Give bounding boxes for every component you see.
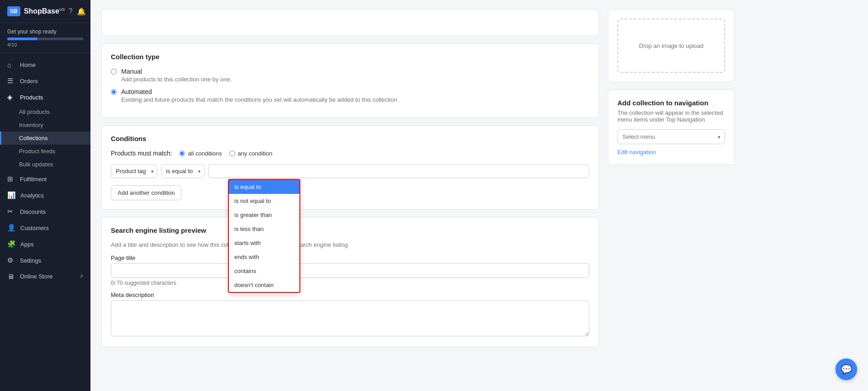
dropdown-option-doesnt-contain[interactable]: doesn't contain xyxy=(229,278,299,292)
page-title-input[interactable] xyxy=(111,263,589,278)
online-store-icon: 🖥 xyxy=(7,273,15,280)
sidebar-item-apps[interactable]: 🧩 Apps xyxy=(0,236,90,252)
sidebar-item-discounts[interactable]: ✂ Discounts xyxy=(0,203,90,220)
content-wrapper: Collection type Manual Add products to t… xyxy=(101,9,735,347)
select-menu-wrapper[interactable]: Select menu xyxy=(617,129,725,144)
nav-card-title: Add collection to navigation xyxy=(617,99,725,107)
sidebar-item-label: Discounts xyxy=(20,208,46,215)
dropdown-option-contains[interactable]: contains xyxy=(229,264,299,278)
any-condition-option[interactable]: any condition xyxy=(229,150,273,157)
sidebar-item-analytics[interactable]: 📊 Analytics xyxy=(0,187,90,203)
dropdown-option-is-less-than[interactable]: is less than xyxy=(229,222,299,236)
meta-desc-textarea[interactable] xyxy=(111,300,589,336)
sidebar-item-label: Online Store xyxy=(20,273,52,280)
manual-radio[interactable] xyxy=(111,69,117,75)
sidebar-item-label: Customers xyxy=(20,225,49,231)
fulfillment-icon: ⊞ xyxy=(7,175,15,183)
dropdown-option-is-not-equal-to[interactable]: is not equal to xyxy=(229,194,299,208)
notification-icon[interactable]: 🔔 xyxy=(77,7,86,16)
navigation-card: Add collection to navigation The collect… xyxy=(608,90,735,165)
external-link-icon: ↗ xyxy=(79,273,83,279)
sidebar-item-online-store[interactable]: 🖥 Online Store ↗ xyxy=(0,269,90,284)
edit-navigation-link[interactable]: Edit navigation xyxy=(617,149,656,155)
operator-select-wrapper[interactable]: is equal to xyxy=(161,164,204,178)
progress-count: 4/10 xyxy=(7,42,83,47)
dropdown-option-is-greater-than[interactable]: is greater than xyxy=(229,208,299,222)
sidebar-item-products[interactable]: ◈ Products xyxy=(0,89,90,105)
automated-desc: Existing and future products that match … xyxy=(121,96,399,103)
any-condition-radio[interactable] xyxy=(229,151,235,156)
sidebar-nav: ⌂ Home ☰ Orders ◈ Products All products … xyxy=(0,53,90,391)
image-upload-area[interactable]: Drop an image to upload xyxy=(617,19,725,73)
sidebar: SB ShopBaseUS ? 🔔 Get your shop ready 4/… xyxy=(0,0,90,391)
sidebar-subitem-bulk-updates[interactable]: Bulk updates xyxy=(0,158,90,171)
customers-icon: 👤 xyxy=(7,224,16,232)
meta-desc-label: Meta description xyxy=(111,292,589,298)
all-conditions-radio[interactable] xyxy=(179,151,185,156)
sidebar-item-home[interactable]: ⌂ Home xyxy=(0,57,90,73)
conditions-card: Conditions Products must match: all cond… xyxy=(101,125,599,210)
logo-badge: US xyxy=(59,7,65,12)
conditions-match-label: Products must match: xyxy=(111,150,172,157)
main-column: Collection type Manual Add products to t… xyxy=(101,9,599,347)
main-content: Collection type Manual Add products to t… xyxy=(90,0,868,391)
progress-label: Get your shop ready xyxy=(7,28,83,35)
operator-select[interactable]: is equal to xyxy=(161,164,204,178)
operator-wrapper[interactable]: is equal to is equal to is not equal to … xyxy=(161,164,204,178)
char-count: 0/ 70 suggested characters xyxy=(111,280,589,286)
select-menu-dropdown[interactable]: Select menu xyxy=(617,129,725,144)
sidebar-subitem-inventory[interactable]: Inventory xyxy=(0,118,90,132)
collection-type-title: Collection type xyxy=(111,53,589,61)
sidebar-item-label: Home xyxy=(20,61,36,68)
all-products-label: All products xyxy=(19,108,50,115)
dropdown-option-starts-with[interactable]: starts with xyxy=(229,236,299,250)
sidebar-item-label: Products xyxy=(20,94,43,101)
top-partial-card xyxy=(101,9,599,36)
header-icons: ? 🔔 xyxy=(68,7,86,16)
all-conditions-option[interactable]: all conditions xyxy=(179,150,222,157)
help-icon[interactable]: ? xyxy=(68,7,72,15)
all-conditions-label: all conditions xyxy=(188,150,222,157)
sidebar-item-customers[interactable]: 👤 Customers xyxy=(0,220,90,236)
product-tag-wrapper[interactable]: Product tag xyxy=(111,164,157,178)
seo-desc: Add a title and description to see how t… xyxy=(111,241,589,248)
page-title-label: Page title xyxy=(111,254,589,261)
sidebar-item-fulfillment[interactable]: ⊞ Fulfillment xyxy=(0,171,90,187)
sidebar-logo: SB ShopBaseUS ? 🔔 xyxy=(0,0,90,23)
operator-dropdown[interactable]: is equal to is not equal to is greater t… xyxy=(228,179,300,293)
sidebar-item-orders[interactable]: ☰ Orders xyxy=(0,73,90,89)
automated-option[interactable]: Automated Existing and future products t… xyxy=(111,88,589,103)
sidebar-subitem-product-feeds[interactable]: Product feeds xyxy=(0,145,90,158)
sidebar-item-settings[interactable]: ⚙ Settings xyxy=(0,252,90,269)
dropdown-option-is-equal-to[interactable]: is equal to xyxy=(229,180,299,194)
inventory-label: Inventory xyxy=(19,122,43,128)
settings-icon: ⚙ xyxy=(7,256,15,264)
collection-type-card: Collection type Manual Add products to t… xyxy=(101,43,599,118)
logo-text: ShopBaseUS xyxy=(24,7,65,15)
sidebar-item-label: Orders xyxy=(20,78,38,85)
automated-label[interactable]: Automated xyxy=(121,88,152,95)
sidebar-item-label: Settings xyxy=(20,257,41,264)
add-condition-button[interactable]: Add another condition xyxy=(111,185,181,200)
logo-icon: SB xyxy=(7,6,20,16)
chat-button[interactable]: 💬 xyxy=(835,358,857,380)
orders-icon: ☰ xyxy=(7,77,15,85)
progress-bar-fill xyxy=(7,38,38,40)
sidebar-subitem-collections[interactable]: Collections xyxy=(0,132,90,145)
chat-icon: 💬 xyxy=(841,364,852,375)
manual-label[interactable]: Manual xyxy=(121,68,142,75)
conditions-title: Conditions xyxy=(111,135,589,142)
progress-bar-bg xyxy=(7,38,83,40)
manual-option[interactable]: Manual Add products to this collection o… xyxy=(111,68,589,83)
sidebar-item-label: Fulfillment xyxy=(20,176,47,183)
side-column: Drop an image to upload Add collection t… xyxy=(608,9,735,347)
seo-title: Search engine listing preview xyxy=(111,226,589,234)
condition-row: Product tag is equal to is equal to xyxy=(111,164,589,178)
automated-radio[interactable] xyxy=(111,89,117,95)
bulk-updates-label: Bulk updates xyxy=(19,161,53,168)
dropdown-option-ends-with[interactable]: ends with xyxy=(229,250,299,264)
product-tag-select[interactable]: Product tag xyxy=(111,164,157,178)
sidebar-item-label: Apps xyxy=(20,241,34,248)
condition-value-input[interactable] xyxy=(208,164,589,178)
sidebar-subitem-all-products[interactable]: All products xyxy=(0,105,90,118)
